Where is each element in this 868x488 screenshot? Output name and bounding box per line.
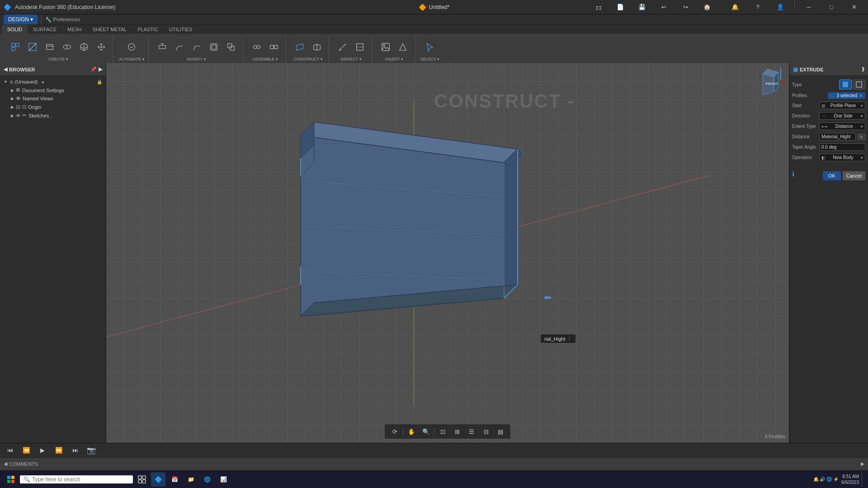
tray-icons[interactable]: 🔔 🔊 🌐 ⚡ [813, 477, 839, 482]
combine-btn[interactable] [223, 39, 239, 55]
browser-pin-btn[interactable]: 📌 [90, 66, 97, 72]
browser-item-origin[interactable]: ▶ ▤ ⊡ Origin [0, 103, 106, 111]
decal-btn[interactable] [395, 39, 411, 55]
drag-arrow[interactable]: ⬅ [544, 292, 552, 303]
tab-sheet-metal[interactable]: SHEET METAL [87, 25, 132, 34]
zoom-btn[interactable]: 🔍 [420, 426, 432, 437]
midplane-btn[interactable] [309, 39, 325, 55]
display-settings-btn[interactable]: ☰ [465, 426, 478, 437]
viewport[interactable]: CONSTRUCT - [106, 63, 789, 443]
environment-btn[interactable]: ▤ [494, 426, 507, 437]
taper-angle-input[interactable] [819, 143, 865, 151]
comments-expand-btn[interactable]: ▶ [861, 461, 864, 467]
undo-btn[interactable]: ↩ [653, 0, 674, 14]
orbit-btn[interactable]: ⟳ [388, 426, 401, 437]
extent-type-dropdown[interactable]: ⟷ Distance ▾ [819, 122, 865, 130]
tooltip-menu-icon[interactable]: ⋮ [567, 336, 572, 342]
extrude-btn[interactable] [42, 39, 58, 55]
camera-btn[interactable]: 📷 [85, 445, 98, 456]
new-component-btn[interactable] [7, 39, 24, 55]
prev-btn[interactable]: ⏪ [20, 445, 33, 456]
windows-start-btn[interactable] [4, 472, 18, 487]
grid-btn[interactable]: ⊞ [451, 426, 463, 437]
revolve-btn[interactable] [59, 39, 75, 55]
expand-arrow-sketches[interactable]: ▶ [11, 113, 14, 118]
extent-dropdown-arrow[interactable]: ▾ [861, 124, 863, 129]
start-dropdown[interactable]: ▥ Profile Plane ▾ [819, 102, 865, 109]
section-analysis-btn[interactable] [352, 39, 368, 55]
task-view-btn[interactable] [135, 472, 149, 487]
sketches-eye-icon[interactable]: 👁 [16, 113, 21, 118]
show-desktop-btn[interactable] [862, 472, 864, 487]
operation-dropdown[interactable]: ◧ New Body ▾ [819, 154, 865, 161]
distance-input[interactable] [819, 133, 856, 141]
direction-dropdown[interactable]: → One Side ▾ [819, 112, 865, 120]
automate-btn[interactable] [123, 39, 140, 55]
new-btn[interactable]: 📄 [610, 0, 631, 14]
tab-utilities[interactable]: UTILITIES [164, 25, 198, 34]
move-btn[interactable] [93, 39, 109, 55]
skip-end-btn[interactable]: ⏭ [69, 445, 81, 456]
tab-plastic[interactable]: PLASTIC [132, 25, 164, 34]
type-surface-btn[interactable] [853, 80, 865, 89]
notification-btn[interactable]: 🔔 [725, 0, 745, 14]
chamfer-btn[interactable] [189, 39, 205, 55]
save-btn[interactable]: 💾 [632, 0, 652, 14]
play-btn[interactable]: ▶ [36, 445, 49, 456]
expand-arrow-views[interactable]: ▶ [11, 96, 14, 101]
rigid-group-btn[interactable] [266, 39, 282, 55]
browser-item-unsaved[interactable]: ▼ ⊙ (Unsaved) ● 🔒 [0, 78, 106, 86]
browser-item-named-views[interactable]: ▶ 👁 Named Views [0, 94, 106, 103]
help-btn[interactable]: ? [747, 0, 768, 14]
expand-arrow-origin[interactable]: ▶ [11, 105, 14, 109]
tab-mesh[interactable]: MESH [62, 25, 87, 34]
profiles-badge[interactable]: ⬡ 3 selected ✕ [828, 92, 865, 99]
tab-solid[interactable]: SOLID [2, 25, 28, 34]
taskbar-app-btn[interactable]: 📊 [216, 472, 231, 487]
joint-btn[interactable] [249, 39, 265, 55]
search-input[interactable] [32, 476, 123, 483]
search-box[interactable]: 🔍 [20, 475, 133, 483]
view-cube[interactable]: Z X Y FRONT [749, 67, 785, 103]
visual-style-btn[interactable]: ⊟ [480, 426, 492, 437]
cancel-btn[interactable]: Cancel [843, 171, 865, 180]
select-btn[interactable] [422, 39, 438, 55]
press-pull-btn[interactable] [154, 39, 170, 55]
taskbar-explorer-btn[interactable]: 📁 [184, 472, 198, 487]
shell-btn[interactable] [206, 39, 222, 55]
maximize-btn[interactable]: □ [821, 0, 842, 14]
close-btn[interactable]: ✕ [844, 0, 864, 14]
lock-icon[interactable]: 🔒 [97, 80, 102, 84]
taskbar-chrome-btn[interactable]: 🌐 [200, 472, 214, 487]
tab-surface[interactable]: SURFACE [28, 25, 62, 34]
account-btn[interactable]: 👤 [770, 0, 791, 14]
type-solid-btn[interactable] [839, 80, 852, 89]
taskbar-fusion-btn[interactable]: 🔷 [151, 472, 165, 487]
home-btn[interactable]: 🏠 [697, 0, 717, 14]
design-dropdown-btn[interactable]: DESIGN ▾ [4, 14, 38, 24]
expand-arrow-doc[interactable]: ▶ [11, 88, 14, 93]
offset-plane-btn[interactable] [292, 39, 308, 55]
insert-image-btn[interactable] [377, 39, 394, 55]
fx-btn[interactable]: fx [858, 134, 865, 140]
collapse-browser-btn[interactable]: ◀ [4, 66, 7, 72]
direction-dropdown-arrow[interactable]: ▾ [861, 114, 863, 118]
collapse-comments-btn[interactable]: ◀ [4, 461, 7, 467]
start-dropdown-arrow[interactable]: ▾ [861, 103, 863, 108]
expand-arrow-unsaved[interactable]: ▼ [4, 80, 8, 84]
taskbar-calendar-btn[interactable]: 📅 [167, 472, 182, 487]
clear-profiles-btn[interactable]: ✕ [859, 93, 863, 98]
minimize-btn[interactable]: ─ [798, 0, 819, 14]
fit-btn[interactable]: ⊡ [436, 426, 449, 437]
ok-btn[interactable]: OK [823, 171, 841, 180]
browser-item-doc-settings[interactable]: ▶ ⚙ Document Settings [0, 86, 106, 94]
redo-btn[interactable]: ↪ [675, 0, 696, 14]
measure-btn[interactable] [335, 39, 351, 55]
app-menu-btn[interactable]: ⚏ [588, 0, 609, 14]
fillet-btn[interactable] [171, 39, 188, 55]
browser-item-sketches[interactable]: ▶ 👁 ✏ Sketches , [0, 111, 106, 120]
skip-start-btn[interactable]: ⏮ [4, 445, 16, 456]
operation-dropdown-arrow[interactable]: ▾ [861, 155, 863, 160]
extrude-pin-btn[interactable]: ⟫ [862, 66, 864, 72]
browser-expand-btn[interactable]: ▶ [99, 66, 102, 72]
